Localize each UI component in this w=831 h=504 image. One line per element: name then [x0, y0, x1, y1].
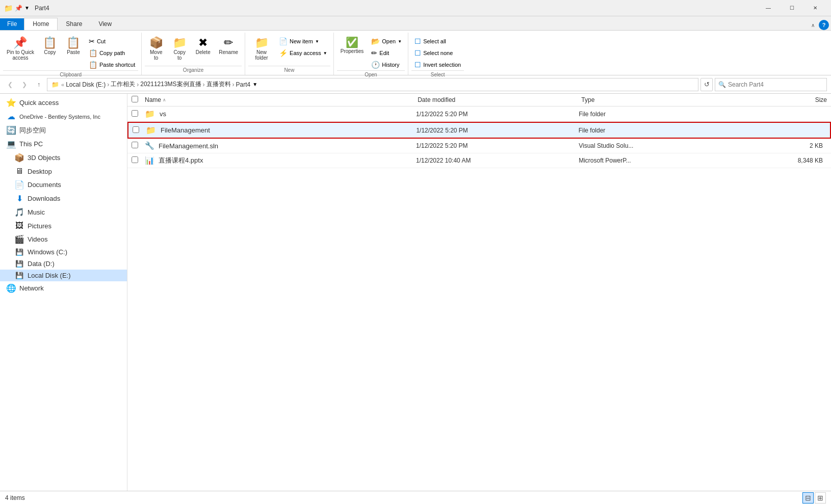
select-content: ☐ Select all ☐ Select none ☐ Invert sele… [411, 33, 464, 70]
paste-shortcut-button[interactable]: 📋 Paste shortcut [86, 59, 138, 70]
table-row[interactable]: 📊 直播课程4.pptx 1/12/2022 10:40 AM Microsof… [127, 153, 831, 168]
invert-selection-button[interactable]: ☐ Invert selection [411, 59, 464, 70]
sidebar-label-onedrive: OneDrive - Bentley Systems, Inc [19, 114, 100, 120]
bc-dropdown[interactable]: ▼ [252, 82, 257, 87]
row-check-0[interactable] [132, 110, 145, 118]
file-list-header: Name ∧ Date modified Type Size [127, 94, 831, 107]
copy-button[interactable]: 📋 Copy [39, 35, 61, 58]
sidebar-label-downloads: Downloads [28, 195, 60, 202]
refresh-button[interactable]: ↺ [700, 78, 713, 91]
file-type-1: File folder [579, 127, 741, 134]
row-checkbox-1[interactable] [133, 126, 139, 133]
sidebar-item-onedrive[interactable]: ☁ OneDrive - Bentley Systems, Inc [0, 110, 127, 123]
pin-to-quick-access-button[interactable]: 📌 Pin to Quick access [3, 35, 38, 63]
details-view-button[interactable]: ⊟ [802, 492, 814, 503]
ribbon-group-open: ✅ Properties 📂 Open ▼ ✏ Edit 🕐 History [334, 33, 408, 75]
column-name-header[interactable]: Name ∧ [145, 96, 418, 103]
sidebar-item-sync[interactable]: 🔄 同步空间 [0, 123, 127, 137]
pin-icon[interactable]: 📌 [15, 5, 22, 12]
properties-button[interactable]: ✅ Properties [337, 35, 368, 57]
minimize-button[interactable]: — [757, 0, 780, 16]
close-button[interactable]: ✕ [803, 0, 827, 16]
table-row[interactable]: 🔧 FileManagement.sln 1/12/2022 5:20 PM V… [127, 139, 831, 153]
tab-share[interactable]: Share [58, 18, 90, 30]
select-all-checkbox[interactable] [132, 96, 145, 104]
open-button[interactable]: 📂 Open ▼ [368, 36, 405, 47]
up-button[interactable]: ↑ [33, 78, 45, 91]
sidebar-item-3d-objects[interactable]: 📦 3D Objects [0, 151, 127, 165]
search-input[interactable] [728, 81, 823, 88]
sidebar-item-local-e[interactable]: 💾 Local Disk (E:) [0, 270, 127, 281]
address-bar: ❮ ❯ ↑ 📁 « Local Disk (E:) › 工作相关 › 20211… [0, 75, 831, 94]
header-checkbox[interactable] [132, 96, 138, 102]
new-folder-icon: 📁 [255, 37, 269, 48]
sidebar-item-desktop[interactable]: 🖥 Desktop [0, 165, 127, 178]
tab-home[interactable]: Home [24, 18, 58, 30]
copy-to-button[interactable]: 📁 Copy to [168, 35, 191, 63]
sidebar-item-music[interactable]: 🎵 Music [0, 205, 127, 219]
back-button[interactable]: ❮ [4, 78, 16, 91]
cut-button[interactable]: ✂ Cut [86, 36, 138, 47]
bc-part2[interactable]: 工作相关 [111, 80, 135, 89]
row-check-3[interactable] [132, 156, 145, 165]
select-all-button[interactable]: ☐ Select all [411, 36, 464, 47]
open-content: ✅ Properties 📂 Open ▼ ✏ Edit 🕐 History [337, 33, 405, 70]
new-item-button[interactable]: 📄 New item ▼ [276, 36, 330, 47]
table-row[interactable]: 📁 vs 1/12/2022 5:20 PM File folder [127, 107, 831, 122]
sidebar-item-videos[interactable]: 🎬 Videos [0, 232, 127, 246]
edit-label: Edit [379, 50, 389, 56]
file-size-2: 2 KB [741, 142, 827, 149]
breadcrumb-icon: 📁 [51, 81, 59, 88]
delete-button[interactable]: ✖ Delete [192, 35, 214, 58]
select-none-button[interactable]: ☐ Select none [411, 47, 464, 59]
dropdown-icon[interactable]: ▼ [24, 5, 30, 11]
folder-icon-0: 📁 [145, 109, 155, 119]
window-title: Part4 [35, 5, 754, 12]
sidebar-item-network[interactable]: 🌐 Network [0, 281, 127, 295]
bc-part1[interactable]: Local Disk (E:) [66, 81, 106, 88]
row-checkbox-2[interactable] [132, 142, 138, 148]
forward-button[interactable]: ❯ [18, 78, 31, 91]
row-checkbox-3[interactable] [132, 156, 138, 163]
move-to-button[interactable]: 📦 Move to [145, 35, 167, 63]
properties-icon: ✅ [346, 37, 358, 47]
bc-part4[interactable]: 直播资料 [206, 80, 231, 89]
sidebar-item-this-pc[interactable]: 💻 This PC [0, 137, 127, 151]
paste-button[interactable]: 📋 Paste [62, 35, 85, 58]
bc-part3[interactable]: 20211213MS案例直播 [140, 80, 201, 89]
history-button[interactable]: 🕐 History [368, 59, 405, 70]
edit-icon: ✏ [371, 49, 377, 57]
edit-button[interactable]: ✏ Edit [368, 47, 405, 59]
tab-view[interactable]: View [90, 18, 120, 30]
row-check-1[interactable] [133, 126, 146, 135]
copy-path-button[interactable]: 📋 Copy path [86, 47, 138, 59]
sidebar-item-pictures[interactable]: 🖼 Pictures [0, 219, 127, 232]
sidebar-item-downloads[interactable]: ⬇ Downloads [0, 192, 127, 205]
collapse-ribbon-icon[interactable]: ∧ [811, 22, 815, 28]
column-date-header[interactable]: Date modified [418, 96, 581, 103]
row-check-2[interactable] [132, 142, 145, 150]
title-bar-icons: 📁 📌 ▼ [4, 4, 30, 12]
help-button[interactable]: ? [819, 20, 829, 30]
quick-access-icon: ⭐ [6, 98, 16, 108]
column-size-header[interactable]: Size [745, 96, 827, 103]
file-date-0: 1/12/2022 5:20 PM [416, 111, 579, 118]
file-name-col-1: 📁 FileManagement [146, 125, 416, 135]
select-all-label: Select all [423, 38, 446, 44]
breadcrumb[interactable]: 📁 « Local Disk (E:) › 工作相关 › 20211213MS案… [47, 78, 698, 91]
bc-part5[interactable]: Part4 [236, 81, 251, 88]
easy-access-button[interactable]: ⚡ Easy access ▼ [276, 47, 330, 59]
sidebar-item-documents[interactable]: 📄 Documents [0, 178, 127, 192]
new-folder-button[interactable]: 📁 New folder [248, 35, 275, 63]
tab-file[interactable]: File [0, 18, 24, 30]
large-icons-view-button[interactable]: ⊞ [815, 492, 826, 503]
row-checkbox-0[interactable] [132, 110, 138, 117]
rename-button[interactable]: ✏ Rename [215, 35, 242, 58]
new-item-label: New item [290, 38, 313, 44]
sidebar-item-windows-c[interactable]: 💾 Windows (C:) [0, 246, 127, 258]
sidebar-item-quick-access[interactable]: ⭐ Quick access [0, 96, 127, 110]
table-row[interactable]: 📁 FileManagement 1/12/2022 5:20 PM File … [127, 122, 831, 139]
sidebar-item-data-d[interactable]: 💾 Data (D:) [0, 258, 127, 270]
column-type-header[interactable]: Type [581, 96, 745, 103]
maximize-button[interactable]: ☐ [780, 0, 803, 16]
